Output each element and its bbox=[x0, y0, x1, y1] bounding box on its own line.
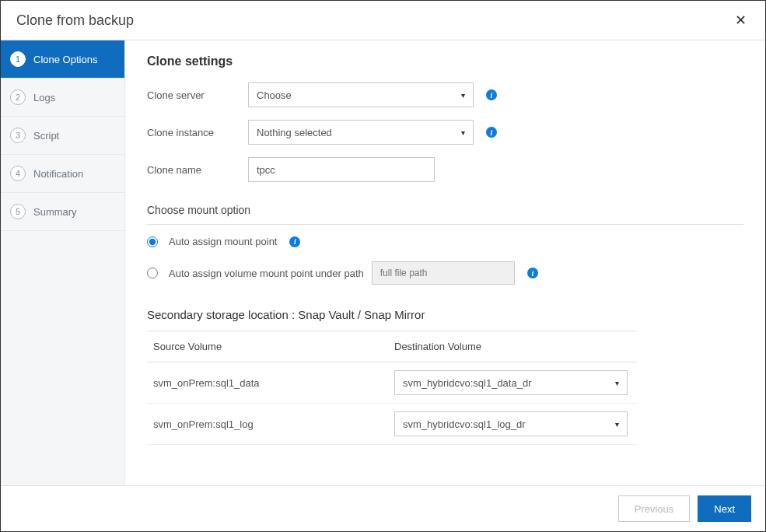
clone-server-value: Choose bbox=[257, 89, 292, 101]
clone-instance-dropdown[interactable]: Nothing selected ▾ bbox=[248, 120, 474, 145]
clone-instance-row: Clone instance Nothing selected ▾ i bbox=[147, 120, 743, 145]
source-volume-cell: svm_onPrem:sql1_log bbox=[153, 418, 394, 430]
dialog-header: Clone from backup ✕ bbox=[1, 1, 765, 40]
sidebar-item-script[interactable]: 3 Script bbox=[1, 117, 124, 155]
destination-volume-dropdown[interactable]: svm_hybridcvo:sql1_log_dr ▾ bbox=[394, 411, 628, 436]
dialog-body: 1 Clone Options 2 Logs 3 Script 4 Notifi… bbox=[1, 40, 765, 485]
clone-instance-value: Nothing selected bbox=[257, 127, 332, 138]
clone-name-input[interactable] bbox=[248, 157, 435, 182]
storage-section-title: Secondary storage location : Snap Vault … bbox=[147, 308, 743, 321]
clone-name-row: Clone name bbox=[147, 157, 743, 182]
mount-path-row: Auto assign volume mount point under pat… bbox=[147, 261, 743, 285]
sidebar-item-summary[interactable]: 5 Summary bbox=[1, 193, 124, 231]
info-icon[interactable]: i bbox=[289, 236, 300, 247]
storage-table-row: svm_onPrem:sql1_data svm_hybridcvo:sql1_… bbox=[147, 362, 637, 404]
col-destination-volume: Destination Volume bbox=[394, 341, 631, 352]
sidebar-item-notification[interactable]: 4 Notification bbox=[1, 155, 124, 193]
step-number: 1 bbox=[10, 51, 26, 67]
mount-auto-label: Auto assign mount point bbox=[169, 236, 277, 247]
storage-table: Source Volume Destination Volume svm_onP… bbox=[147, 331, 637, 445]
wizard-sidebar: 1 Clone Options 2 Logs 3 Script 4 Notifi… bbox=[1, 40, 125, 485]
destination-volume-dropdown[interactable]: svm_hybridcvo:sql1_data_dr ▾ bbox=[394, 370, 628, 395]
source-volume-cell: svm_onPrem:sql1_data bbox=[153, 377, 394, 389]
mount-auto-row: Auto assign mount point i bbox=[147, 236, 743, 247]
sidebar-item-label: Clone Options bbox=[33, 54, 97, 65]
col-source-volume: Source Volume bbox=[153, 341, 394, 352]
close-button[interactable]: ✕ bbox=[732, 12, 750, 29]
chevron-down-icon: ▾ bbox=[615, 420, 619, 429]
clone-dialog: Clone from backup ✕ 1 Clone Options 2 Lo… bbox=[0, 0, 766, 532]
destination-volume-value: svm_hybridcvo:sql1_log_dr bbox=[403, 418, 526, 430]
sidebar-item-label: Logs bbox=[33, 92, 55, 103]
info-icon[interactable]: i bbox=[486, 127, 497, 138]
mount-section-title: Choose mount option bbox=[147, 204, 743, 225]
dialog-title: Clone from backup bbox=[16, 12, 134, 29]
next-button[interactable]: Next bbox=[698, 495, 751, 522]
mount-path-label: Auto assign volume mount point under pat… bbox=[169, 268, 364, 279]
clone-settings-title: Clone settings bbox=[147, 54, 743, 68]
step-number: 3 bbox=[10, 128, 26, 143]
chevron-down-icon: ▾ bbox=[615, 379, 619, 387]
sidebar-item-logs[interactable]: 2 Logs bbox=[1, 79, 124, 117]
close-icon: ✕ bbox=[735, 12, 747, 28]
storage-table-header: Source Volume Destination Volume bbox=[147, 331, 637, 362]
mount-path-input[interactable] bbox=[372, 261, 515, 285]
chevron-down-icon: ▾ bbox=[461, 128, 465, 137]
clone-server-label: Clone server bbox=[147, 89, 248, 101]
chevron-down-icon: ▾ bbox=[461, 91, 465, 100]
step-number: 2 bbox=[10, 89, 26, 105]
storage-table-row: svm_onPrem:sql1_log svm_hybridcvo:sql1_l… bbox=[147, 404, 637, 445]
sidebar-item-label: Script bbox=[33, 130, 59, 142]
destination-volume-value: svm_hybridcvo:sql1_data_dr bbox=[403, 377, 531, 389]
sidebar-item-clone-options[interactable]: 1 Clone Options bbox=[1, 40, 124, 79]
step-number: 5 bbox=[10, 204, 26, 219]
info-icon[interactable]: i bbox=[486, 89, 497, 100]
mount-section: Choose mount option Auto assign mount po… bbox=[147, 204, 743, 285]
step-number: 4 bbox=[10, 166, 26, 181]
mount-auto-radio[interactable] bbox=[147, 236, 158, 247]
info-icon[interactable]: i bbox=[527, 268, 538, 278]
dialog-footer: Previous Next bbox=[1, 485, 765, 531]
sidebar-item-label: Summary bbox=[33, 206, 77, 218]
content-pane: Clone settings Clone server Choose ▾ i C… bbox=[125, 40, 765, 485]
previous-button[interactable]: Previous bbox=[618, 495, 691, 522]
clone-name-label: Clone name bbox=[147, 164, 248, 176]
clone-server-row: Clone server Choose ▾ i bbox=[147, 82, 743, 107]
clone-instance-label: Clone instance bbox=[147, 127, 248, 138]
mount-path-radio[interactable] bbox=[147, 268, 158, 278]
clone-server-dropdown[interactable]: Choose ▾ bbox=[248, 82, 474, 107]
sidebar-item-label: Notification bbox=[33, 168, 83, 180]
